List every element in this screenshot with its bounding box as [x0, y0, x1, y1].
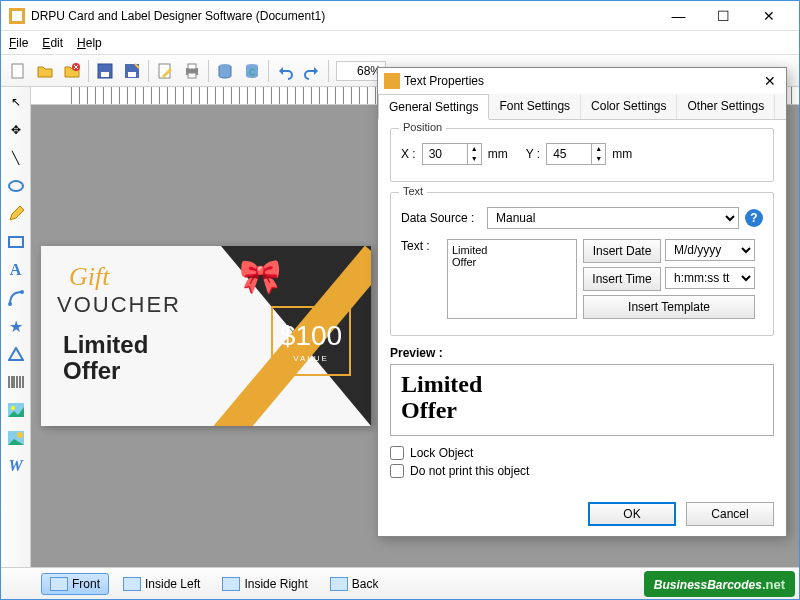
- card-voucher-text: VOUCHER: [57, 292, 181, 318]
- y-spinner[interactable]: ▲▼: [546, 143, 606, 165]
- menu-edit[interactable]: Edit: [42, 36, 63, 50]
- text-label: Text :: [401, 239, 441, 253]
- wordart-tool-icon[interactable]: W: [5, 455, 27, 477]
- close-doc-icon[interactable]: [59, 58, 85, 84]
- tab-font-settings[interactable]: Font Settings: [489, 94, 581, 119]
- svg-rect-7: [128, 72, 136, 77]
- ellipse-tool-icon[interactable]: [5, 175, 27, 197]
- pencil-tool-icon[interactable]: [5, 203, 27, 225]
- tab-other-settings[interactable]: Other Settings: [677, 94, 775, 119]
- close-button[interactable]: ✕: [746, 2, 791, 30]
- text-legend: Text: [399, 185, 427, 197]
- star-tool-icon[interactable]: ★: [5, 315, 27, 337]
- cancel-button[interactable]: Cancel: [686, 502, 774, 526]
- database-icon[interactable]: [212, 58, 238, 84]
- image-tool-icon[interactable]: [5, 399, 27, 421]
- tab-back[interactable]: Back: [322, 574, 387, 594]
- arc-tool-icon[interactable]: [5, 287, 27, 309]
- rect-tool-icon[interactable]: [5, 231, 27, 253]
- x-unit: mm: [488, 147, 508, 161]
- svg-rect-15: [9, 237, 23, 247]
- tab-front[interactable]: Front: [41, 573, 109, 595]
- dialog-icon: [384, 73, 400, 89]
- maximize-button[interactable]: ☐: [701, 2, 746, 30]
- help-icon[interactable]: ?: [745, 209, 763, 227]
- preview-box: Limited Offer: [390, 364, 774, 436]
- datasource-label: Data Source :: [401, 211, 481, 225]
- x-spinner[interactable]: ▲▼: [422, 143, 482, 165]
- tab-inside-left[interactable]: Inside Left: [115, 574, 208, 594]
- insert-date-button[interactable]: Insert Date: [583, 239, 661, 263]
- svg-rect-1: [12, 11, 22, 21]
- dialog-title: Text Properties: [404, 74, 760, 88]
- noprint-label: Do not print this object: [410, 464, 529, 478]
- svg-rect-11: [188, 73, 196, 78]
- noprint-checkbox[interactable]: [390, 464, 404, 478]
- lock-object-checkbox[interactable]: [390, 446, 404, 460]
- dialog-close-button[interactable]: ✕: [760, 71, 780, 91]
- tab-general-settings[interactable]: General Settings: [378, 94, 489, 120]
- watermark: BusinessBarcodes.net: [644, 571, 795, 597]
- svg-point-27: [17, 432, 23, 438]
- line-tool-icon[interactable]: ╲: [5, 147, 27, 169]
- redo-icon[interactable]: [299, 58, 325, 84]
- card-price-box: $100 VALUE: [271, 306, 351, 376]
- svg-rect-2: [12, 64, 23, 78]
- datasource-select[interactable]: Manual: [487, 207, 739, 229]
- minimize-button[interactable]: —: [656, 2, 701, 30]
- y-unit: mm: [612, 147, 632, 161]
- text-input[interactable]: Limited Offer: [447, 239, 577, 319]
- app-icon: [9, 8, 25, 24]
- insert-template-button[interactable]: Insert Template: [583, 295, 755, 319]
- open-icon[interactable]: [32, 58, 58, 84]
- new-icon[interactable]: [5, 58, 31, 84]
- window-title: DRPU Card and Label Designer Software (D…: [31, 9, 656, 23]
- card-value-label: VALUE: [293, 354, 329, 363]
- card-design[interactable]: 🎀 Gift VOUCHER Limited Offer $100 VALUE: [41, 246, 371, 426]
- save-as-icon[interactable]: [119, 58, 145, 84]
- edit-icon[interactable]: [152, 58, 178, 84]
- position-legend: Position: [399, 121, 446, 133]
- undo-icon[interactable]: [272, 58, 298, 84]
- svg-point-17: [20, 290, 24, 294]
- barcode-tool-icon[interactable]: [5, 371, 27, 393]
- svg-rect-5: [101, 72, 109, 77]
- y-label: Y :: [526, 147, 540, 161]
- card-gift-text: Gift: [69, 262, 109, 292]
- card-price: $100: [280, 320, 342, 352]
- ok-button[interactable]: OK: [588, 502, 676, 526]
- move-tool-icon[interactable]: ✥: [5, 119, 27, 141]
- menu-help[interactable]: Help: [77, 36, 102, 50]
- card-limited-text[interactable]: Limited Offer: [63, 332, 148, 385]
- library-tool-icon[interactable]: [5, 427, 27, 449]
- svg-rect-28: [384, 73, 400, 89]
- database-refresh-icon[interactable]: [239, 58, 265, 84]
- tab-inside-right[interactable]: Inside Right: [214, 574, 315, 594]
- lock-object-label: Lock Object: [410, 446, 473, 460]
- svg-point-14: [9, 181, 23, 191]
- bow-icon: 🎀: [239, 256, 281, 296]
- triangle-tool-icon[interactable]: [5, 343, 27, 365]
- x-label: X :: [401, 147, 416, 161]
- svg-point-16: [8, 302, 12, 306]
- menu-file[interactable]: File: [9, 36, 28, 50]
- tab-color-settings[interactable]: Color Settings: [581, 94, 677, 119]
- pointer-tool-icon[interactable]: ↖: [5, 91, 27, 113]
- svg-rect-10: [188, 64, 196, 69]
- preview-label: Preview :: [390, 346, 774, 360]
- print-icon[interactable]: [179, 58, 205, 84]
- insert-time-button[interactable]: Insert Time: [583, 267, 661, 291]
- text-tool-icon[interactable]: A: [5, 259, 27, 281]
- time-format-select[interactable]: h:mm:ss tt: [665, 267, 755, 289]
- save-icon[interactable]: [92, 58, 118, 84]
- text-properties-dialog: Text Properties ✕ General Settings Font …: [377, 67, 787, 537]
- date-format-select[interactable]: M/d/yyyy: [665, 239, 755, 261]
- svg-point-25: [11, 406, 15, 410]
